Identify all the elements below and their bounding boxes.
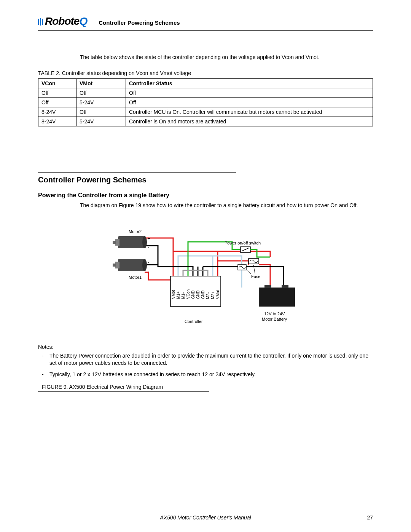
intro-paragraph: The table below shows the state of the c… xyxy=(80,54,373,61)
svg-rect-5 xyxy=(113,241,116,244)
list-item: The Battery Power connection are doubled… xyxy=(42,352,373,367)
section-rule xyxy=(38,172,236,173)
svg-rect-29 xyxy=(264,285,271,288)
svg-point-10 xyxy=(142,259,147,271)
svg-line-15 xyxy=(253,265,255,273)
cell-status: Controller MCU is On. Controller will co… xyxy=(126,107,373,117)
cell-vmot: Off xyxy=(76,88,126,98)
cell-vcon: 8-24V xyxy=(38,117,76,126)
motor1-label: Motor1 xyxy=(129,275,142,280)
svg-rect-17 xyxy=(170,276,221,307)
svg-text:GND: GND xyxy=(196,291,200,299)
motor1-icon xyxy=(113,259,147,271)
controller-label: Controller xyxy=(185,319,203,324)
logo-bars-icon xyxy=(38,16,44,28)
cell-vcon: Off xyxy=(38,98,76,107)
svg-rect-28 xyxy=(259,288,295,307)
section-body: The diagram on Figure 19 show how to wir… xyxy=(80,202,373,209)
svg-text:VCon: VCon xyxy=(186,289,190,299)
battery-label-1: 12V to 24V xyxy=(264,312,285,316)
sub-heading: Powering the Controller from a single Ba… xyxy=(38,192,373,199)
table-header-row: VCon VMot Controller Status xyxy=(38,79,373,88)
header-section-title: Controller Powering Schemes xyxy=(99,19,180,26)
table-row: Off 5-24V Off xyxy=(38,98,373,107)
controller-icon xyxy=(170,276,221,307)
svg-text:VMot: VMot xyxy=(171,290,175,299)
switch-label: Power on/off switch xyxy=(225,241,261,245)
battery-label-2: Motor Battery xyxy=(262,317,287,321)
svg-line-16 xyxy=(247,270,251,274)
th-vmot: VMot xyxy=(76,79,126,88)
th-vcon: VCon xyxy=(38,79,76,88)
cell-status: Off xyxy=(126,98,373,107)
figure-caption: FIGURE 9. AX500 Electrical Power Wiring … xyxy=(42,384,373,390)
svg-text:M1-: M1- xyxy=(181,292,185,299)
table-caption: TABLE 2. Controller status depending on … xyxy=(38,70,373,76)
figure-rule xyxy=(38,391,209,392)
svg-text:GND: GND xyxy=(191,291,195,299)
motor2-plus: + xyxy=(148,236,150,241)
svg-text:M1+: M1+ xyxy=(176,291,180,299)
cell-status: Off xyxy=(126,88,373,98)
svg-rect-0 xyxy=(38,19,39,25)
page-number: 27 xyxy=(358,514,373,521)
svg-text:M2-: M2- xyxy=(206,292,210,299)
motor2-label: Motor2 xyxy=(129,229,142,234)
wiring-diagram: Motor2 + - Motor1 - + Power on/off switc… xyxy=(107,221,304,336)
motor2-minus: - xyxy=(148,244,149,249)
svg-point-6 xyxy=(142,236,147,248)
svg-rect-9 xyxy=(113,264,116,267)
logo-q: Q xyxy=(79,15,87,27)
svg-rect-30 xyxy=(282,285,288,288)
svg-text:GND: GND xyxy=(201,291,205,299)
svg-text:M2+: M2+ xyxy=(211,291,215,299)
cell-vcon: Off xyxy=(38,88,76,98)
page-footer: AX500 Motor Controller User's Manual 27 xyxy=(38,512,373,521)
svg-rect-2 xyxy=(42,19,43,25)
th-status: Controller Status xyxy=(126,79,373,88)
footer-title: AX500 Motor Controller User's Manual xyxy=(53,514,358,521)
svg-rect-3 xyxy=(118,236,145,248)
battery-icon xyxy=(259,285,295,307)
motor2-icon xyxy=(113,236,147,248)
svg-rect-1 xyxy=(40,18,41,26)
motor1-plus: + xyxy=(148,270,150,274)
table-row: 8-24V Off Controller MCU is On. Controll… xyxy=(38,107,373,117)
notes-label: Notes: xyxy=(38,344,373,350)
page-header: RoboteQ Controller Powering Schemes xyxy=(38,15,373,31)
fuse-label: Fuse xyxy=(251,274,260,279)
logo: RoboteQ xyxy=(38,15,87,28)
notes-list: The Battery Power connection are doubled… xyxy=(38,352,373,379)
section-heading: Controller Powering Schemes xyxy=(38,176,373,184)
list-item: Typically, 1 or 2 x 12V batteries are co… xyxy=(42,371,373,379)
svg-rect-7 xyxy=(118,259,145,271)
table-row: 8-24V 5-24V Controller is On and motors … xyxy=(38,117,373,126)
cell-status: Controller is On and motors are activate… xyxy=(126,117,373,126)
motor1-minus: - xyxy=(148,260,149,264)
cell-vmot: Off xyxy=(76,107,126,117)
cell-vcon: 8-24V xyxy=(38,107,76,117)
wiring-diagram-svg: Motor2 + - Motor1 - + Power on/off switc… xyxy=(107,221,304,335)
status-table: VCon VMot Controller Status Off Off Off … xyxy=(38,78,373,126)
logo-text: Robote xyxy=(45,15,79,27)
power-switch-icon xyxy=(241,247,250,252)
cell-vmot: 5-24V xyxy=(76,98,126,107)
table-row: Off Off Off xyxy=(38,88,373,98)
cell-vmot: 5-24V xyxy=(76,117,126,126)
svg-text:VMot: VMot xyxy=(216,290,220,299)
